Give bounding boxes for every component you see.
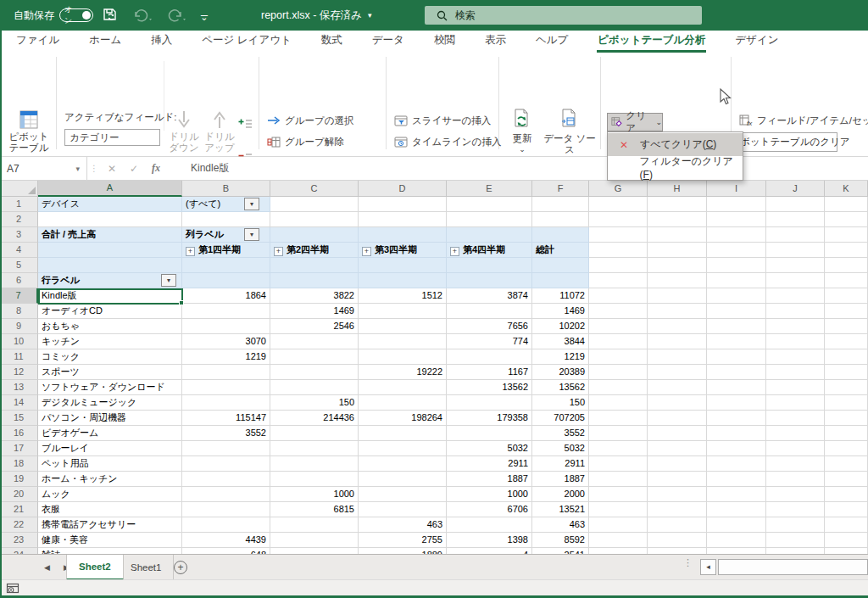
cell[interactable] [270, 365, 359, 380]
cell[interactable] [359, 456, 447, 472]
cell[interactable] [270, 349, 359, 365]
row-header-5[interactable]: 5 [0, 258, 38, 273]
row-header-13[interactable]: 13 [0, 380, 38, 395]
value-cell[interactable]: 3822 [270, 288, 359, 304]
cell[interactable] [825, 197, 868, 212]
cell[interactable] [648, 273, 707, 288]
cell[interactable] [589, 334, 648, 349]
cell[interactable] [359, 227, 447, 243]
cell[interactable] [589, 472, 648, 487]
expand-field-button[interactable] [238, 115, 252, 132]
cell[interactable] [182, 365, 270, 380]
ribbon-tab[interactable]: ピボットテーブル分析 [597, 33, 706, 53]
cell[interactable] [447, 426, 532, 441]
cell[interactable] [707, 395, 766, 411]
cell[interactable] [359, 319, 447, 334]
cell[interactable] [825, 319, 868, 334]
value-cell[interactable]: 1864 [182, 288, 270, 304]
cell[interactable] [359, 472, 447, 487]
cell[interactable] [648, 304, 707, 319]
row-header-20[interactable]: 20 [0, 487, 38, 502]
cell[interactable] [707, 258, 766, 273]
ribbon-tab[interactable]: 挿入 [150, 33, 173, 53]
cell[interactable] [589, 411, 648, 426]
row-label-cell[interactable]: ムック [38, 487, 182, 502]
cell[interactable] [589, 212, 648, 227]
expand-quarter-icon[interactable]: + [274, 247, 283, 256]
column-header-I[interactable]: I [707, 181, 766, 197]
cell[interactable] [589, 502, 648, 517]
row-header-22[interactable]: 22 [0, 517, 38, 533]
cell[interactable] [766, 288, 825, 304]
row-label-cell[interactable]: 雑誌 [38, 548, 182, 554]
cell[interactable] [707, 334, 766, 349]
column-header-K[interactable]: K [825, 181, 868, 197]
cell[interactable] [766, 411, 825, 426]
cell[interactable] [589, 288, 648, 304]
filter-dropdown-button[interactable]: ▾ [161, 274, 176, 287]
cell[interactable] [270, 472, 359, 487]
value-cell[interactable]: 11072 [532, 288, 589, 304]
value-cell[interactable]: 6815 [270, 502, 359, 517]
cell[interactable] [182, 395, 270, 411]
value-cell[interactable]: 150 [532, 395, 589, 411]
cell[interactable] [825, 456, 868, 472]
value-cell[interactable]: 2911 [447, 456, 532, 472]
cell[interactable] [766, 517, 825, 533]
cell[interactable]: 行ラベル▾ [38, 273, 182, 288]
cell[interactable] [359, 258, 447, 273]
value-cell[interactable]: 463 [359, 517, 447, 533]
cell[interactable] [270, 273, 359, 288]
cell[interactable] [707, 288, 766, 304]
ribbon-tab[interactable]: ファイル [15, 33, 60, 53]
row-header-9[interactable]: 9 [0, 319, 38, 334]
cell[interactable] [270, 197, 359, 212]
cell[interactable] [447, 349, 532, 365]
cell[interactable] [707, 227, 766, 243]
expand-quarter-icon[interactable]: + [362, 247, 371, 256]
cell[interactable] [825, 441, 868, 456]
cell[interactable] [359, 197, 447, 212]
cell[interactable] [589, 380, 648, 395]
cell[interactable] [38, 212, 182, 227]
cell[interactable] [359, 273, 447, 288]
cell[interactable] [766, 548, 825, 554]
name-box-dropdown-icon[interactable]: ▾ [75, 165, 80, 173]
cell[interactable] [648, 548, 707, 554]
cell[interactable] [532, 212, 589, 227]
redo-button[interactable] [166, 0, 188, 31]
cell[interactable] [589, 426, 648, 441]
value-cell[interactable]: 4439 [182, 533, 270, 548]
row-header-4[interactable]: 4 [0, 243, 38, 258]
cell[interactable] [825, 533, 868, 548]
cell[interactable] [825, 365, 868, 380]
clear-button[interactable]: クリア ⌄ [607, 113, 663, 131]
cell[interactable] [589, 197, 648, 212]
row-header-10[interactable]: 10 [0, 334, 38, 349]
row-label-cell[interactable]: キッチン [38, 334, 182, 349]
column-header-A[interactable]: A [38, 181, 182, 197]
column-header-J[interactable]: J [766, 181, 825, 197]
select-all-corner[interactable] [0, 181, 38, 197]
cell[interactable] [766, 243, 825, 258]
cell[interactable] [270, 441, 359, 456]
cell[interactable] [648, 502, 707, 517]
cell[interactable] [648, 243, 707, 258]
column-header-G[interactable]: G [589, 181, 648, 197]
cell[interactable] [766, 319, 825, 334]
cell[interactable] [359, 502, 447, 517]
value-cell[interactable]: 1398 [447, 533, 532, 548]
cell[interactable] [648, 288, 707, 304]
row-header-23[interactable]: 23 [0, 533, 38, 548]
cell[interactable] [707, 380, 766, 395]
cell[interactable]: +第4四半期 [447, 243, 532, 258]
cell[interactable] [648, 380, 707, 395]
cell[interactable] [707, 548, 766, 554]
cell[interactable] [707, 349, 766, 365]
cell[interactable] [532, 273, 589, 288]
insert-function-icon[interactable]: fx [145, 162, 167, 175]
cell[interactable] [766, 304, 825, 319]
cell[interactable] [825, 517, 868, 533]
cell[interactable] [648, 411, 707, 426]
cell[interactable] [707, 212, 766, 227]
